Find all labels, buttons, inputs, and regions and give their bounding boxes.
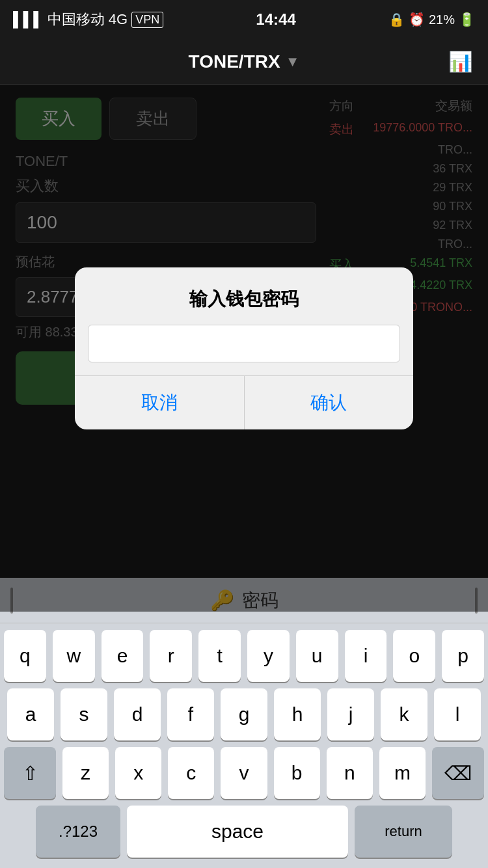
key-k[interactable]: k [381,688,427,740]
key-g[interactable]: g [221,688,267,740]
signal-icon: ▌▌▌ [13,11,44,28]
key-y[interactable]: y [247,630,290,682]
backspace-key[interactable]: ⌫ [432,747,484,799]
key-n[interactable]: n [327,747,373,799]
key-i[interactable]: i [345,630,387,682]
cancel-button[interactable]: 取消 [75,376,245,429]
trading-area: 买入 卖出 TONE/T 买入数 预估花 2.877793 TRX 可用 88.… [0,85,488,418]
confirm-button[interactable]: 确认 [245,376,414,429]
key-b[interactable]: b [274,747,320,799]
vpn-label: VPN [131,12,163,28]
key-row-2: a s d f g h j k l [4,688,484,740]
key-s[interactable]: s [61,688,107,740]
key-v[interactable]: v [221,747,267,799]
lock-icon: 🔒 [388,12,405,27]
clock: 14:44 [256,10,295,29]
status-left: ▌▌▌ 中国移动 4G VPN [13,10,163,29]
dialog-overlay: 输入钱包密码 取消 确认 [0,85,488,612]
header: TONE/TRX ▼ 📊 [0,39,488,85]
key-t[interactable]: t [198,630,241,682]
battery-label: 21% [429,12,455,27]
key-z[interactable]: z [62,747,109,799]
key-p[interactable]: p [442,630,484,682]
key-row-4: .?123 space return [4,806,484,858]
password-dialog: 输入钱包密码 取消 确认 [75,267,413,429]
key-q[interactable]: q [4,630,46,682]
key-r[interactable]: r [150,630,192,682]
key-h[interactable]: h [274,688,321,740]
key-o[interactable]: o [393,630,435,682]
dialog-title: 输入钱包密码 [75,267,413,325]
pair-label: TONE/TRX [189,51,280,72]
chart-icon[interactable]: 📊 [448,50,472,73]
space-key[interactable]: space [127,806,348,858]
key-x[interactable]: x [115,747,161,799]
key-u[interactable]: u [296,630,338,682]
key-a[interactable]: a [7,688,54,740]
status-right: 🔒 ⏰ 21% 🔋 [388,12,475,27]
carrier-label: 中国移动 [47,10,105,29]
key-row-3: ⇧ z x c v b n m ⌫ [4,747,484,799]
keyboard-area: 🔑 密码 q w e r t y u i o p a s d f g h j k [0,578,488,868]
dropdown-arrow: ▼ [286,53,300,70]
key-row-1: q w e r t y u i o p [4,630,484,682]
key-l[interactable]: l [434,688,481,740]
key-e[interactable]: e [102,630,144,682]
key-m[interactable]: m [379,747,426,799]
keys-container: q w e r t y u i o p a s d f g h j k l ⇧ … [0,623,488,868]
numeric-key[interactable]: .?123 [36,806,120,858]
key-d[interactable]: d [114,688,161,740]
status-bar: ▌▌▌ 中国移动 4G VPN 14:44 🔒 ⏰ 21% 🔋 [0,0,488,39]
shift-key[interactable]: ⇧ [4,747,56,799]
battery-icon: 🔋 [459,12,475,27]
dialog-buttons: 取消 确认 [75,375,413,429]
key-f[interactable]: f [167,688,214,740]
network-label: 4G [109,11,128,28]
password-input[interactable] [88,325,400,362]
key-w[interactable]: w [53,630,95,682]
key-c[interactable]: c [168,747,214,799]
pair-title[interactable]: TONE/TRX ▼ [189,51,300,72]
alarm-icon: ⏰ [409,12,425,27]
key-j[interactable]: j [327,688,374,740]
return-key[interactable]: return [355,806,452,858]
